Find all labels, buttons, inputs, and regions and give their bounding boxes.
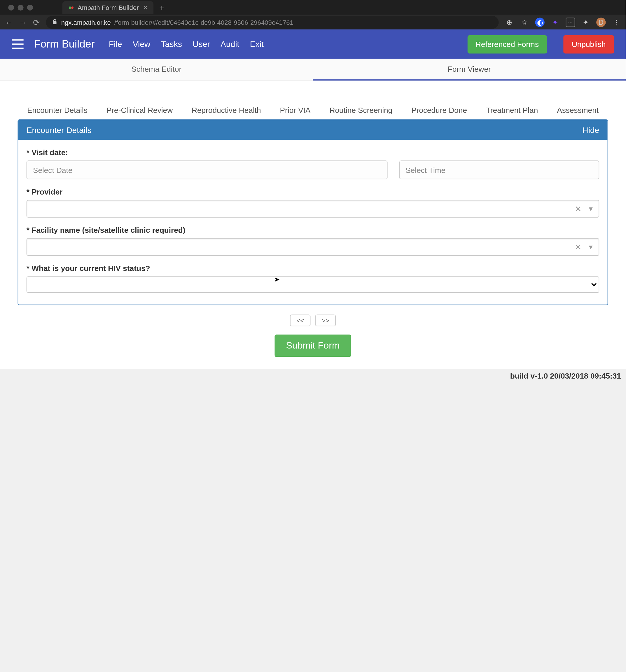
section-tab-routine-screening[interactable]: Routine Screening	[326, 101, 396, 119]
extensions-icon[interactable]: ✦	[581, 17, 591, 27]
url-host: ngx.ampath.or.ke	[61, 19, 111, 26]
prev-page-button[interactable]: <<	[290, 315, 310, 327]
reload-button[interactable]: ⟳	[33, 17, 40, 27]
tab-title: Ampath Form Builder	[78, 4, 139, 11]
browser-chrome: Ampath Form Builder × + ← → ⟳ ngx.ampath…	[0, 0, 626, 29]
section-tab-reproductive-health[interactable]: Reproductive Health	[188, 101, 265, 119]
forward-button[interactable]: →	[19, 17, 27, 27]
app-title: Form Builder	[34, 38, 95, 50]
section-tab-assessment[interactable]: Assessment	[553, 101, 602, 119]
zoom-icon[interactable]: ⊕	[505, 17, 514, 27]
referenced-forms-button[interactable]: Referenced Forms	[467, 35, 547, 53]
traffic-minimize-icon[interactable]	[18, 4, 23, 10]
visit-time-input[interactable]: Select Time	[399, 161, 599, 179]
pager: << >>	[0, 315, 626, 327]
traffic-close-icon[interactable]	[8, 4, 14, 10]
kebab-menu-icon[interactable]: ⋮	[612, 17, 621, 27]
menu-audit[interactable]: Audit	[220, 39, 239, 49]
favicon-icon	[68, 4, 74, 10]
menu-file[interactable]: File	[109, 39, 122, 49]
facility-combobox[interactable]: ✕ ▼	[27, 238, 599, 256]
provider-combobox[interactable]: ✕ ▼	[27, 200, 599, 217]
chevron-down-icon[interactable]: ▼	[587, 205, 594, 212]
extension-2-icon[interactable]: ✦	[550, 17, 560, 27]
menu-tasks[interactable]: Tasks	[161, 39, 182, 49]
next-page-button[interactable]: >>	[315, 315, 336, 327]
window-controls	[8, 4, 33, 10]
browser-tab[interactable]: Ampath Form Builder ×	[63, 1, 153, 14]
visit-date-label: * Visit date:	[27, 148, 599, 157]
tab-schema-editor[interactable]: Schema Editor	[0, 59, 313, 81]
encounter-details-panel: Encounter Details Hide * Visit date: Sel…	[18, 119, 608, 305]
submit-form-button[interactable]: Submit Form	[275, 335, 351, 357]
section-tab-pre-clinical-review[interactable]: Pre-Clinical Review	[103, 101, 176, 119]
traffic-maximize-icon[interactable]	[27, 4, 33, 10]
star-icon[interactable]: ☆	[520, 17, 529, 27]
menu-exit[interactable]: Exit	[250, 39, 264, 49]
new-tab-button[interactable]: +	[159, 3, 164, 12]
lock-icon	[52, 19, 57, 26]
visit-date-placeholder: Select Date	[33, 166, 72, 174]
address-bar[interactable]: ngx.ampath.or.ke/form-builder/#/edit/046…	[46, 16, 499, 28]
close-icon[interactable]: ×	[144, 3, 148, 11]
section-tab-prior-via[interactable]: Prior VIA	[276, 101, 314, 119]
provider-label: * Provider	[27, 188, 599, 196]
form-section-tabs: Encounter Details Pre-Clinical Review Re…	[0, 99, 626, 120]
extension-1-icon[interactable]: ◐	[535, 17, 545, 27]
tab-bar: Ampath Form Builder × +	[0, 0, 626, 15]
panel-body: * Visit date: Select Date Select Time	[18, 140, 607, 305]
back-button[interactable]: ←	[5, 17, 13, 27]
app-toolbar: Form Builder File View Tasks User Audit …	[0, 29, 626, 59]
tab-form-viewer[interactable]: Form Viewer	[313, 59, 626, 81]
chevron-down-icon[interactable]: ▼	[587, 243, 594, 250]
panel-title: Encounter Details	[27, 125, 92, 135]
main-content: Encounter Details Pre-Clinical Review Re…	[0, 81, 626, 369]
facility-label: * Facility name (site/satellite clinic r…	[27, 226, 599, 235]
address-bar-row: ← → ⟳ ngx.ampath.or.ke/form-builder/#/ed…	[0, 15, 626, 29]
panel-header: Encounter Details Hide	[18, 120, 607, 140]
extension-3-icon[interactable]: ⋯	[565, 17, 575, 27]
visit-date-input[interactable]: Select Date	[27, 161, 387, 179]
section-tab-treatment-plan[interactable]: Treatment Plan	[482, 101, 541, 119]
url-path: /form-builder/#/edit/04640e1c-de9b-4028-…	[114, 19, 293, 26]
profile-avatar[interactable]: D	[596, 17, 606, 27]
browser-right-icons: ⊕ ☆ ◐ ✦ ⋯ ✦ D ⋮	[505, 17, 621, 27]
section-tab-encounter-details[interactable]: Encounter Details	[24, 101, 91, 119]
menu-view[interactable]: View	[133, 39, 150, 49]
hide-button[interactable]: Hide	[582, 125, 599, 135]
build-info: build v-1.0 20/03/2018 09:45:31	[0, 369, 626, 383]
menu-user[interactable]: User	[193, 39, 210, 49]
hiv-status-select[interactable]	[27, 277, 599, 293]
svg-rect-2	[53, 21, 56, 24]
clear-icon[interactable]: ✕	[575, 242, 582, 252]
section-tab-procedure-done[interactable]: Procedure Done	[408, 101, 471, 119]
clear-icon[interactable]: ✕	[575, 204, 582, 214]
hamburger-icon[interactable]	[12, 39, 23, 49]
svg-point-1	[71, 6, 73, 8]
unpublish-button[interactable]: Unpublish	[563, 35, 614, 53]
hiv-status-label: * What is your current HIV status?	[27, 264, 599, 273]
svg-point-0	[69, 6, 71, 8]
editor-viewer-tabs: Schema Editor Form Viewer	[0, 59, 626, 81]
visit-time-placeholder: Select Time	[406, 166, 446, 174]
